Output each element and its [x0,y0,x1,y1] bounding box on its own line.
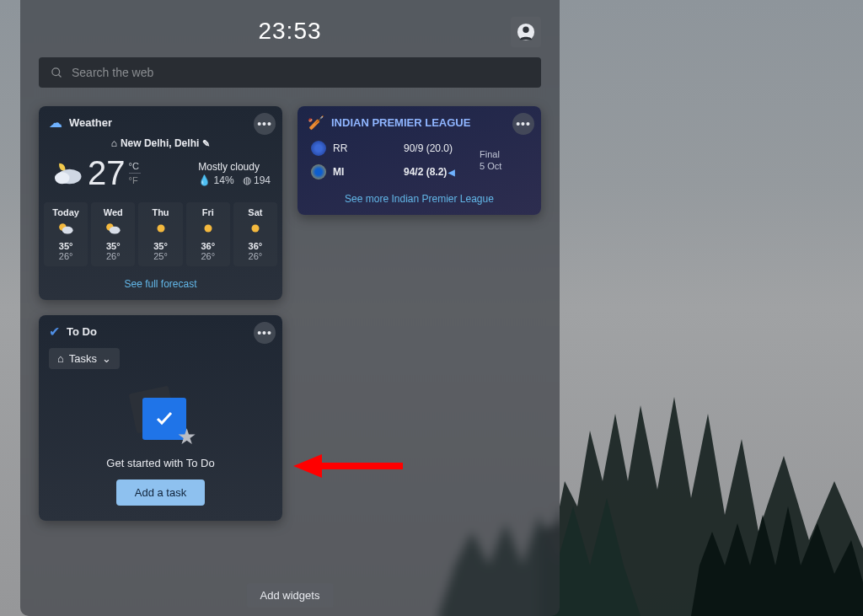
forecast-high: 36° [235,241,276,251]
team-score: 90/9 (20.0) [404,142,480,154]
sport-icon: 🏏 [308,115,324,131]
svg-point-7 [62,227,73,234]
forecast-day-icon [235,221,276,236]
weather-more-button[interactable]: ••• [254,113,276,135]
profile-button[interactable] [511,17,541,47]
forecast-day[interactable]: Thu35°25° [138,202,182,266]
todo-widget: ✔ To Do ••• ⌂ Tasks ⌄ ★ [39,315,282,521]
svg-point-2 [52,67,60,75]
star-icon: ★ [177,424,196,450]
partly-cloudy-night-icon [49,158,84,190]
match-row[interactable]: RR 90/9 (20.0) Final 5 Oct MI 94/2 (8.2)… [297,136,541,186]
forecast-low: 26° [235,251,276,261]
weather-location[interactable]: ⌂ New Delhi, Delhi ✎ [39,137,282,149]
forecast-day[interactable]: Today35°26° [44,202,88,266]
search-icon [51,67,63,79]
team-logo-rr [311,141,326,156]
widgets-panel: 23:53 ☁ Weather ••• ⌂ New Delhi, Delhi [20,0,560,616]
aqi-icon: ◍ [243,174,251,186]
todo-subtitle: Get started with To Do [49,457,272,469]
forecast-high: 35° [93,241,133,251]
forecast-low: 26° [46,251,86,261]
current-temp: 27 [88,154,126,192]
sports-title: INDIAN PREMIER LEAGUE [331,116,470,129]
forecast-day-icon [46,221,86,236]
sports-more-button[interactable]: ••• [512,113,534,135]
weather-icon: ☁ [49,115,62,131]
forecast-high: 36° [188,241,228,251]
match-date: 5 Oct [480,160,522,172]
caret-icon: ◀ [448,168,455,177]
weather-widget: ☁ Weather ••• ⌂ New Delhi, Delhi ✎ 27 [39,106,282,300]
forecast-day-icon [188,221,228,236]
search-bar[interactable] [39,57,541,88]
svg-point-11 [204,225,212,233]
sports-widget: 🏏 INDIAN PREMIER LEAGUE ••• RR 90/9 (20.… [297,106,541,215]
forecast-low: 26° [93,251,133,261]
svg-point-10 [157,225,164,233]
droplet-icon: 💧 [198,174,211,186]
weather-title: Weather [69,116,112,129]
team-logo-mi [311,164,326,179]
svg-point-9 [110,227,121,234]
forecast-day-name: Fri [188,207,228,217]
weather-condition: Mostly cloudy [198,161,271,173]
forecast-day[interactable]: Sat36°26° [233,202,277,266]
team-abbr: RR [333,142,347,154]
forecast-day-name: Sat [235,207,276,217]
svg-point-12 [251,225,259,233]
forecast-high: 35° [46,241,86,251]
todo-illustration: ★ [127,389,195,448]
match-status: Final [480,148,522,160]
clock: 23:53 [258,18,321,45]
forecast-day-icon [140,221,180,236]
search-input[interactable] [72,66,529,79]
chevron-down-icon: ⌄ [102,352,111,365]
forecast-high: 35° [140,241,180,251]
todo-icon: ✔ [49,324,60,340]
forecast-day-name: Today [46,207,86,217]
home-icon: ⌂ [111,137,117,149]
edit-icon[interactable]: ✎ [202,138,210,149]
svg-point-1 [523,27,528,33]
todo-title: To Do [67,325,97,338]
add-task-button[interactable]: Add a task [116,479,205,506]
unit-toggle[interactable]: °C °F [129,160,141,186]
home-icon: ⌂ [57,352,64,365]
forecast-day[interactable]: Wed35°26° [91,202,135,266]
add-widgets-button[interactable]: Add widgets [247,583,334,608]
forecast-day-icon [93,221,133,236]
svg-line-3 [58,74,61,77]
forecast-row: Today35°26°Wed35°26°Thu35°25°Fri36°26°Sa… [39,199,282,271]
check-icon [153,409,176,429]
svg-point-5 [55,172,70,184]
see-full-forecast-link[interactable]: See full forecast [39,271,282,300]
task-list-selector[interactable]: ⌂ Tasks ⌄ [49,348,120,369]
forecast-low: 25° [140,251,180,261]
team-abbr: MI [333,166,344,178]
forecast-day[interactable]: Fri36°26° [186,202,230,266]
forecast-day-name: Wed [93,207,133,217]
user-icon [517,23,535,41]
forecast-low: 26° [188,251,228,261]
team-score: 94/2 (8.2) [404,166,447,178]
todo-more-button[interactable]: ••• [254,322,276,344]
see-more-sports-link[interactable]: See more Indian Premier League [297,186,541,215]
forecast-day-name: Thu [140,207,180,217]
